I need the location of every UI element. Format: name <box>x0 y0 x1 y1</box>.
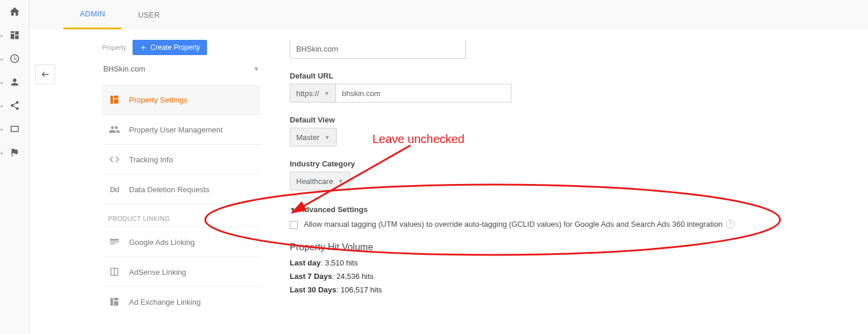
nav-item-label: Property Settings <box>129 96 188 104</box>
adsense-icon <box>108 265 121 278</box>
admin-tabs: ADMIN USER <box>29 0 868 29</box>
hit-volume-title: Property Hit Volume <box>290 242 868 253</box>
hit-last-day: Last day: 3,510 hits <box>290 258 868 267</box>
plus-icon <box>140 44 147 52</box>
back-arrow-icon <box>40 69 50 80</box>
nav-property-user-management[interactable]: Property User Management <box>102 114 260 144</box>
chevron-down-icon: ▼ <box>338 178 344 185</box>
nav-item-label: Property User Management <box>129 125 223 134</box>
property-selector[interactable]: BHSkin.com ▼ <box>102 60 260 78</box>
rail-realtime[interactable]: ▸ <box>0 47 29 70</box>
rail-customization[interactable]: ▸ <box>0 23 29 47</box>
chevron-down-icon: ▼ <box>253 66 259 72</box>
create-property-button[interactable]: Create Property <box>133 40 208 55</box>
nav-google-ads-linking[interactable]: Google Ads Linking <box>102 227 260 257</box>
property-label: Property <box>102 44 127 51</box>
default-view-select[interactable]: Master ▼ <box>290 128 337 146</box>
rail-home[interactable] <box>0 0 29 23</box>
home-icon <box>9 6 21 18</box>
property-nav: Property Settings Property User Manageme… <box>102 85 260 316</box>
chevron-right-icon: ▸ <box>1 79 4 86</box>
settings-panel: BHSkin.com Default URL https:// ▼ bhskin… <box>260 40 868 334</box>
nav-data-deletion[interactable]: Dd Data Deletion Requests <box>102 174 260 204</box>
back-button[interactable] <box>35 64 55 84</box>
default-url-input[interactable]: bhskin.com <box>335 84 511 103</box>
industry-value: Healthcare <box>296 177 333 186</box>
chevron-right-icon: ▸ <box>1 149 4 156</box>
protocol-select[interactable]: https:// ▼ <box>290 84 335 103</box>
dd-icon: Dd <box>108 183 121 196</box>
help-icon[interactable]: ? <box>726 220 735 229</box>
tab-user[interactable]: USER <box>121 0 176 29</box>
left-rail: ▸ ▸ ▸ ▸ ▸ ▸ <box>0 0 29 334</box>
advanced-settings-toggle[interactable]: ▼ Advanced Settings <box>290 205 368 214</box>
hit-last-7: Last 7 Days: 24,536 hits <box>290 272 868 281</box>
nav-item-label: Data Deletion Requests <box>129 185 209 194</box>
exchange-icon <box>108 295 121 308</box>
rail-audience[interactable]: ▸ <box>0 70 29 94</box>
share-icon <box>9 100 20 111</box>
default-view-label: Default View <box>290 115 868 124</box>
property-column: Property Create Property BHSkin.com ▼ Pr… <box>102 40 260 334</box>
nav-adsense-linking[interactable]: AdSense Linking <box>102 257 260 287</box>
page-icon <box>9 124 20 134</box>
chevron-right-icon: ▸ <box>1 32 4 39</box>
content-area: Property Create Property BHSkin.com ▼ Pr… <box>29 29 868 334</box>
rail-acquisition[interactable]: ▸ <box>0 94 29 117</box>
create-property-button-label: Create Property <box>151 43 201 52</box>
industry-label: Industry Category <box>290 159 868 168</box>
chevron-right-icon: ▸ <box>1 126 4 132</box>
nav-property-settings[interactable]: Property Settings <box>102 85 260 114</box>
rail-conversions[interactable]: ▸ <box>0 141 29 164</box>
default-url-label: Default URL <box>290 71 868 80</box>
hit-last-30: Last 30 Days: 106,517 hits <box>290 285 868 294</box>
chevron-right-icon: ▸ <box>1 103 4 109</box>
nav-item-label: Tracking Info <box>129 155 173 164</box>
chevron-down-icon: ▼ <box>324 90 330 97</box>
section-product-linking: PRODUCT LINKING <box>102 204 260 227</box>
nav-tracking-info[interactable]: Tracking Info <box>102 144 260 174</box>
nav-item-label: Google Ads Linking <box>129 238 195 247</box>
chevron-down-icon: ▼ <box>324 134 330 141</box>
ads-icon <box>108 236 121 248</box>
default-view-value: Master <box>296 133 320 142</box>
people-icon <box>108 123 121 136</box>
person-icon <box>9 77 20 87</box>
caret-down-icon: ▼ <box>290 206 296 213</box>
property-selector-value: BHSkin.com <box>103 64 145 73</box>
code-icon <box>108 153 121 166</box>
manual-tagging-checkbox[interactable] <box>290 221 298 229</box>
website-name-input[interactable]: BHSkin.com <box>290 40 466 59</box>
dashboard-icon <box>9 30 20 40</box>
nav-item-label: Ad Exchange Linking <box>129 298 201 306</box>
flag-icon <box>9 147 20 158</box>
advanced-settings-label: Advanced Settings <box>299 205 368 214</box>
rail-behavior[interactable]: ▸ <box>0 117 29 141</box>
nav-ad-exchange-linking[interactable]: Ad Exchange Linking <box>102 287 260 316</box>
chevron-right-icon: ▸ <box>1 56 4 62</box>
nav-item-label: AdSense Linking <box>129 268 187 277</box>
tab-admin[interactable]: ADMIN <box>63 0 121 29</box>
settings-layout-icon <box>108 93 121 106</box>
clock-icon <box>9 53 20 64</box>
protocol-value: https:// <box>296 89 319 98</box>
manual-tagging-checkbox-label: Allow manual tagging (UTM values) to ove… <box>304 220 723 229</box>
industry-select[interactable]: Healthcare ▼ <box>290 172 350 190</box>
